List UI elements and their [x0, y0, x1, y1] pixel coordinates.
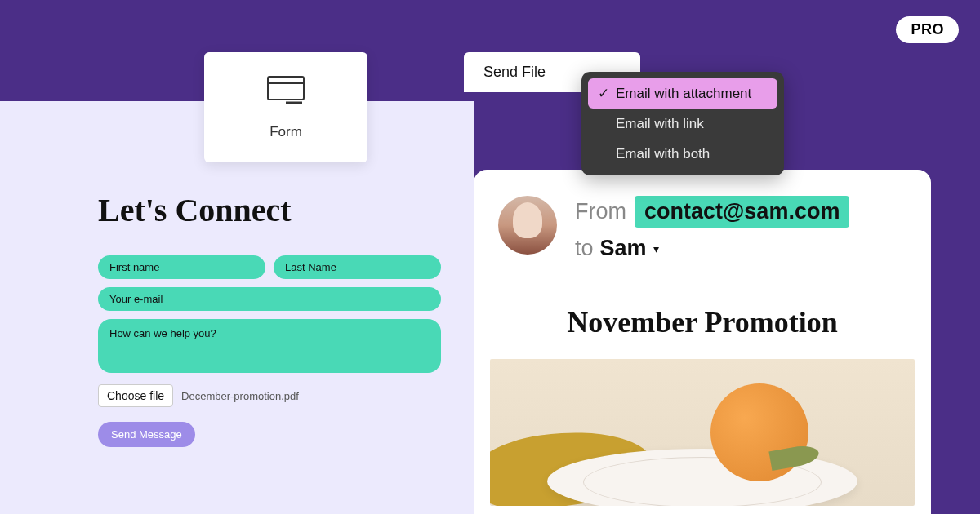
contact-form: Let's Connect First name Last Name Your … [98, 191, 441, 447]
first-name-input[interactable]: First name [98, 255, 265, 279]
pro-badge: PRO [896, 16, 959, 43]
dropdown-item-label: Email with link [616, 116, 704, 132]
email-input[interactable]: Your e-mail [98, 287, 441, 311]
to-name: Sam [600, 236, 647, 261]
to-line[interactable]: to Sam ▾ [575, 236, 849, 261]
email-header: From contact@sam.com to Sam ▾ [474, 170, 931, 277]
send-file-dropdown: ✓ Email with attachment ✓ Email with lin… [581, 72, 784, 175]
check-icon: ✓ [598, 85, 609, 102]
send-message-button[interactable]: Send Message [98, 422, 195, 447]
message-textarea[interactable]: How can we help you? [98, 319, 441, 373]
caret-down-icon: ▾ [653, 242, 659, 255]
choose-file-button[interactable]: Choose file [98, 384, 173, 407]
from-label: From [575, 199, 626, 224]
dropdown-item-both[interactable]: ✓ Email with both [588, 139, 777, 169]
email-preview-card: From contact@sam.com to Sam ▾ November P… [474, 170, 931, 514]
filename-text: December-promotion.pdf [181, 390, 299, 402]
dropdown-item-link[interactable]: ✓ Email with link [588, 109, 777, 139]
to-label: to [575, 236, 594, 261]
avatar [498, 196, 557, 255]
dropdown-item-label: Email with both [616, 146, 710, 162]
form-tile[interactable]: Form [204, 52, 368, 162]
from-line: From contact@sam.com [575, 196, 849, 228]
form-icon [266, 75, 305, 106]
svg-rect-0 [268, 77, 304, 100]
from-email[interactable]: contact@sam.com [635, 196, 849, 228]
dropdown-item-attachment[interactable]: ✓ Email with attachment [588, 78, 777, 109]
email-title: November Promotion [474, 305, 931, 339]
form-tile-label: Form [270, 124, 302, 140]
last-name-input[interactable]: Last Name [274, 255, 441, 279]
dropdown-item-label: Email with attachment [616, 86, 751, 102]
form-title: Let's Connect [98, 191, 441, 229]
promo-image [490, 359, 915, 506]
